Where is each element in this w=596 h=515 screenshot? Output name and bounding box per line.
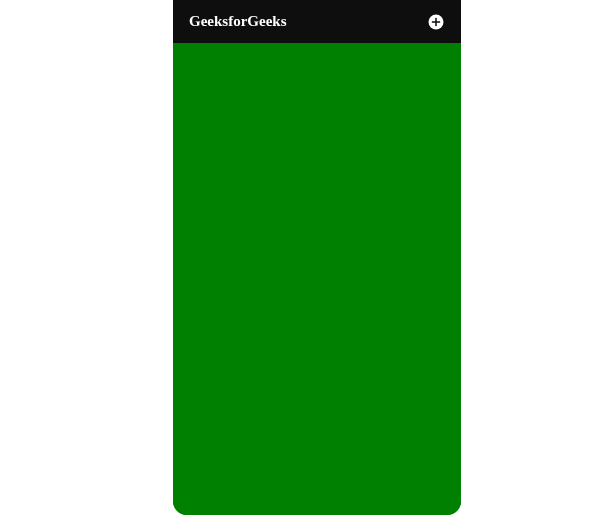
svg-rect-2 [432,21,440,23]
add-button[interactable] [427,13,445,31]
plus-circle-icon [427,13,445,31]
app-title: GeeksforGeeks [189,13,286,30]
app-bar: GeeksforGeeks [173,0,461,43]
app-screen: GeeksforGeeks [173,0,461,515]
content-area [173,43,461,515]
